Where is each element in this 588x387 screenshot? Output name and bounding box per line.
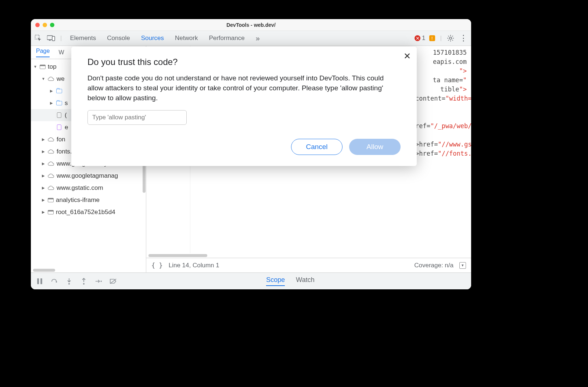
close-icon[interactable]: ✕	[404, 51, 411, 61]
tab-elements[interactable]: Elements	[70, 35, 96, 42]
coverage-info: Coverage: n/a	[414, 262, 453, 269]
disclosure-icon[interactable]: ▼	[33, 65, 37, 69]
editor-statusbar: { } Line 14, Column 1 Coverage: n/a ▾	[146, 258, 471, 272]
step-into-icon[interactable]	[65, 278, 73, 285]
disclosure-icon[interactable]: ▶	[41, 174, 46, 178]
toolbar-separator: |	[60, 35, 62, 42]
device-toolbar-icon[interactable]	[47, 35, 55, 41]
disclosure-icon[interactable]: ▶	[49, 89, 54, 93]
tab-sources[interactable]: Sources	[141, 35, 164, 42]
drawer-tab-watch[interactable]: Watch	[296, 276, 314, 286]
tree-label: we	[57, 75, 65, 83]
cancel-button[interactable]: Cancel	[291, 139, 343, 155]
nav-tab-page[interactable]: Page	[36, 48, 50, 57]
pretty-print-icon[interactable]: { }	[151, 262, 163, 269]
issue-badges: ✕ 1 !	[415, 35, 435, 42]
tree-label: s	[65, 100, 68, 107]
dialog-title: Do you trust this code?	[87, 57, 401, 67]
error-count: 1	[422, 35, 425, 42]
tree-label: e	[65, 124, 68, 131]
titlebar: DevTools - web.dev/	[31, 19, 471, 31]
deactivate-breakpoints-icon[interactable]	[110, 278, 117, 285]
panel-tabs: Elements Console Sources Network Perform…	[67, 34, 409, 43]
settings-icon[interactable]	[447, 35, 454, 42]
dialog-body: Don't paste code you do not understand o…	[87, 73, 401, 103]
disclosure-icon[interactable]: ▶	[41, 137, 46, 141]
svg-rect-6	[40, 278, 42, 284]
svg-rect-2	[49, 40, 51, 41]
step-over-icon[interactable]	[51, 278, 58, 285]
trust-code-dialog: ✕ Do you trust this code? Don't paste co…	[71, 47, 417, 166]
tab-console[interactable]: Console	[107, 35, 130, 42]
tree-item[interactable]: ▶analytics-iframe	[31, 194, 146, 206]
svg-point-9	[83, 283, 85, 285]
tree-item[interactable]: ▶www.googletagmanag	[31, 170, 146, 182]
drawer-tab-scope[interactable]: Scope	[266, 276, 285, 286]
step-icon[interactable]	[95, 278, 102, 285]
sidebar-hscrollbar[interactable]	[31, 268, 146, 272]
svg-point-4	[449, 37, 452, 39]
tab-performance[interactable]: Performance	[209, 35, 244, 42]
disclosure-icon[interactable]: ▶	[49, 101, 54, 105]
debugger-drawer: Scope Watch	[31, 272, 471, 289]
tree-label: analytics-iframe	[56, 196, 100, 204]
disclosure-icon[interactable]: ▼	[41, 77, 46, 81]
disclosure-icon[interactable]: ▶	[41, 186, 46, 190]
main-toolbar: | Elements Console Sources Network Perfo…	[31, 31, 471, 46]
warning-badge[interactable]: !	[429, 35, 435, 41]
tree-label: (	[65, 112, 67, 119]
disclosure-icon[interactable]: ▶	[41, 149, 46, 153]
tree-label: www.gstatic.com	[57, 184, 103, 192]
more-tabs-icon[interactable]: »	[256, 34, 260, 43]
svg-line-11	[110, 279, 116, 283]
tree-label: fon	[57, 136, 65, 143]
svg-rect-1	[47, 36, 53, 40]
step-out-icon[interactable]	[80, 278, 87, 285]
tree-label: www.googletagmanag	[57, 172, 118, 180]
tree-label: top	[48, 63, 57, 70]
tree-item[interactable]: ▶root_616a752e1b5d4	[31, 206, 146, 218]
disclosure-icon[interactable]: ▶	[41, 210, 46, 214]
tree-item[interactable]: ▶www.gstatic.com	[31, 182, 146, 194]
minimize-window-button[interactable]	[43, 23, 47, 27]
disclosure-icon[interactable]: ▶	[41, 162, 46, 166]
editor-hscrollbar[interactable]	[146, 253, 471, 258]
allow-pasting-input[interactable]	[87, 110, 187, 125]
window-title: DevTools - web.dev/	[31, 22, 471, 28]
inspect-element-icon[interactable]	[35, 35, 42, 42]
toggle-drawer-icon[interactable]: ▾	[459, 262, 466, 269]
toolbar-separator-2: |	[440, 35, 442, 42]
svg-point-10	[100, 281, 102, 282]
nav-tab-workspace[interactable]: W	[58, 49, 64, 56]
pause-icon[interactable]	[36, 278, 43, 285]
error-badge[interactable]: ✕ 1	[415, 35, 425, 42]
tab-network[interactable]: Network	[175, 35, 198, 42]
zoom-window-button[interactable]	[50, 23, 54, 27]
drawer-tabs: Scope Watch	[146, 276, 434, 286]
close-window-button[interactable]	[35, 23, 40, 27]
allow-button[interactable]: Allow	[349, 139, 401, 155]
svg-point-7	[56, 281, 57, 283]
disclosure-icon[interactable]: ▶	[41, 198, 46, 202]
window-controls	[35, 23, 54, 27]
debugger-controls	[31, 278, 146, 285]
svg-rect-5	[37, 278, 39, 284]
svg-rect-3	[52, 36, 55, 41]
svg-point-8	[68, 283, 70, 285]
tree-label: root_616a752e1b5d4	[56, 209, 115, 216]
devtools-window: DevTools - web.dev/ | Elements Console S…	[31, 19, 471, 289]
cursor-position: Line 14, Column 1	[169, 262, 219, 269]
